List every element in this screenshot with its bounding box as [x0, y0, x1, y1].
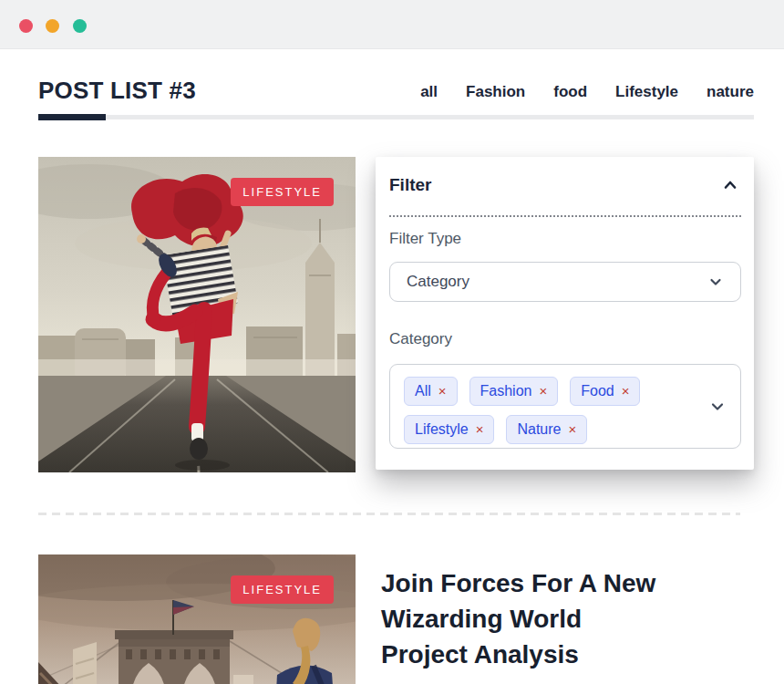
filter-type-select[interactable]: Category	[389, 262, 741, 302]
chevron-down-icon	[708, 398, 727, 416]
tag-label: Lifestyle	[415, 420, 469, 439]
post-thumbnail-2[interactable]: LIFESTYLE	[38, 554, 356, 684]
nav-item-lifestyle[interactable]: Lifestyle	[615, 83, 678, 101]
remove-tag-icon[interactable]: ×	[569, 421, 577, 439]
tag-nature[interactable]: Nature ×	[506, 415, 587, 444]
tag-food[interactable]: Food ×	[570, 377, 640, 406]
filter-type-label: Filter Type	[389, 230, 461, 248]
tag-lifestyle[interactable]: Lifestyle ×	[404, 415, 494, 444]
tag-label: All	[415, 382, 431, 400]
panel-divider	[389, 215, 741, 217]
title-underline	[38, 115, 754, 119]
nav-item-all[interactable]: all	[420, 83, 438, 101]
brooklyn-bridge-image	[38, 554, 356, 684]
window-titlebar	[0, 0, 784, 49]
filter-panel-title: Filter	[389, 175, 431, 195]
remove-tag-icon[interactable]: ×	[622, 383, 630, 400]
category-nav: all Fashion food Lifestyle nature	[420, 83, 754, 101]
category-multiselect[interactable]: All × Fashion × Food × Lifestyle × Natur…	[389, 364, 741, 449]
tag-all[interactable]: All ×	[404, 377, 458, 406]
browser-window: POST LIST #3 all Fashion food Lifestyle …	[0, 0, 784, 684]
selected-tags: All × Fashion × Food × Lifestyle × Natur…	[404, 377, 698, 444]
window-zoom-button[interactable]	[73, 19, 87, 33]
remove-tag-icon[interactable]: ×	[539, 383, 547, 400]
post-divider	[38, 513, 740, 515]
chevron-down-icon	[707, 274, 724, 290]
post-thumbnail-1[interactable]: LIFESTYLE	[38, 157, 356, 472]
tag-label: Nature	[517, 420, 561, 439]
post-category-badge[interactable]: LIFESTYLE	[231, 575, 334, 604]
remove-tag-icon[interactable]: ×	[438, 383, 447, 400]
page-title: POST LIST #3	[38, 77, 196, 105]
chevron-up-icon[interactable]	[721, 176, 739, 194]
nav-item-nature[interactable]: nature	[707, 83, 754, 101]
category-label: Category	[389, 330, 452, 348]
tag-fashion[interactable]: Fashion ×	[469, 377, 559, 406]
remove-tag-icon[interactable]: ×	[476, 421, 484, 439]
tag-label: Food	[581, 382, 614, 400]
window-minimize-button[interactable]	[46, 19, 59, 33]
filter-panel-header[interactable]: Filter	[389, 175, 739, 195]
nav-item-food[interactable]: food	[553, 83, 587, 101]
tag-label: Fashion	[480, 382, 532, 400]
window-close-button[interactable]	[19, 19, 33, 33]
filter-type-select-value: Category	[407, 273, 469, 291]
title-underline-accent	[38, 114, 106, 120]
filter-panel: Filter Filter Type Category Category All…	[376, 157, 754, 470]
nav-item-fashion[interactable]: Fashion	[466, 83, 525, 101]
post-title[interactable]: Join Forces For A New Wizarding World Pr…	[381, 565, 675, 672]
post-category-badge[interactable]: LIFESTYLE	[231, 178, 334, 206]
